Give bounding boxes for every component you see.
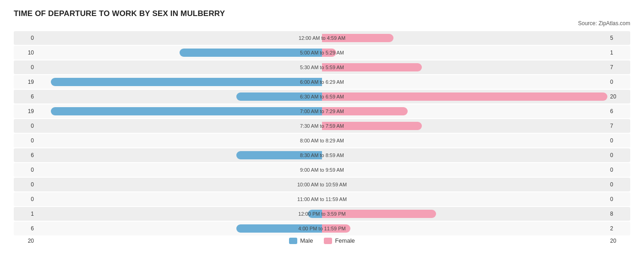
chart-row: 196:00 AM to 6:29 AM0 [14,75,630,89]
time-label: 11:00 AM to 11:59 AM [297,197,347,202]
chart-row: 09:00 AM to 9:59 AM0 [14,163,630,177]
male-bar [51,78,322,86]
male-bar [180,49,322,57]
male-value: 6 [14,93,37,100]
bars-container: 7:00 AM to 7:29 AM [37,104,607,118]
legend-female: Female [324,237,355,244]
female-value: 5 [607,35,630,41]
bars-container: 12:00 PM to 3:59 PM [37,207,607,221]
chart-row: 64:00 PM to 11:59 PM2 [14,222,630,235]
male-value: 6 [14,152,37,158]
male-bar [308,210,322,218]
bars-container: 8:00 AM to 8:29 AM [37,134,607,147]
male-legend-label: Male [300,237,313,244]
female-value: 0 [607,167,630,173]
female-value: 0 [607,137,630,144]
chart-row: 010:00 AM to 10:59 AM0 [14,178,630,191]
male-value: 19 [14,79,37,85]
male-value: 19 [14,108,37,114]
male-value: 0 [14,196,37,202]
female-value: 6 [607,108,630,114]
chart-title: TIME OF DEPARTURE TO WORK BY SEX IN MULB… [14,9,630,18]
chart-row: 07:30 AM to 7:59 AM7 [14,119,630,133]
chart-row: 011:00 AM to 11:59 AM0 [14,192,630,206]
male-value: 0 [14,64,37,71]
female-value: 7 [607,64,630,71]
bars-container: 10:00 AM to 10:59 AM [37,178,607,191]
female-value: 0 [607,79,630,85]
bars-container: 8:30 AM to 8:59 AM [37,148,607,162]
male-legend-box [289,238,297,244]
female-bar [322,49,336,57]
female-bar [322,92,607,101]
time-label: 9:00 AM to 9:59 AM [300,168,344,173]
male-value: 0 [14,35,37,41]
bars-container: 6:30 AM to 6:59 AM [37,90,607,103]
chart-row: 197:00 AM to 7:29 AM6 [14,104,630,118]
legend: Male Female [289,237,355,244]
female-value: 0 [607,152,630,158]
male-value: 10 [14,49,37,56]
female-bar [322,122,422,130]
female-legend-box [324,238,332,244]
female-value: 20 [607,93,630,100]
male-bar [51,107,322,115]
chart-row: 68:30 AM to 8:59 AM0 [14,148,630,162]
x-right-label: 20 [607,238,630,244]
x-left-label: 20 [14,238,37,244]
male-value: 0 [14,181,37,188]
female-value: 0 [607,181,630,188]
male-bar [236,92,322,101]
chart-row: 112:00 PM to 3:59 PM8 [14,207,630,221]
female-legend-label: Female [335,237,355,244]
time-label: 10:00 AM to 10:59 AM [297,182,347,187]
female-value: 1 [607,49,630,56]
male-value: 0 [14,137,37,144]
time-label: 8:00 AM to 8:29 AM [300,138,344,143]
female-value: 2 [607,225,630,232]
male-value: 0 [14,167,37,173]
chart-row: 05:30 AM to 5:59 AM7 [14,60,630,74]
male-value: 1 [14,211,37,217]
bars-container: 11:00 AM to 11:59 AM [37,192,607,206]
male-value: 6 [14,225,37,232]
female-bar [322,107,408,115]
female-value: 0 [607,196,630,202]
chart-row: 012:00 AM to 4:59 AM5 [14,31,630,45]
female-bar [322,63,422,71]
bars-container: 6:00 AM to 6:29 AM [37,75,607,89]
chart-row: 105:00 AM to 5:29 AM1 [14,46,630,60]
bars-container: 12:00 AM to 4:59 AM [37,31,607,45]
male-bar [236,224,322,233]
chart-row: 08:00 AM to 8:29 AM0 [14,134,630,147]
female-value: 8 [607,211,630,217]
female-bar [322,34,393,42]
chart-row: 66:30 AM to 6:59 AM20 [14,90,630,103]
bars-container: 5:30 AM to 5:59 AM [37,60,607,74]
bars-container: 4:00 PM to 11:59 PM [37,222,607,235]
x-axis: 20 Male Female 20 [14,237,630,244]
legend-male: Male [289,237,313,244]
female-value: 7 [607,123,630,129]
female-bar [322,224,350,233]
bars-container: 5:00 AM to 5:29 AM [37,46,607,60]
chart-area: 012:00 AM to 4:59 AM5105:00 AM to 5:29 A… [14,31,630,235]
female-bar [322,210,436,218]
bars-container: 7:30 AM to 7:59 AM [37,119,607,133]
source-label: Source: ZipAtlas.com [14,20,630,27]
male-bar [236,151,322,159]
male-value: 0 [14,123,37,129]
bars-container: 9:00 AM to 9:59 AM [37,163,607,177]
